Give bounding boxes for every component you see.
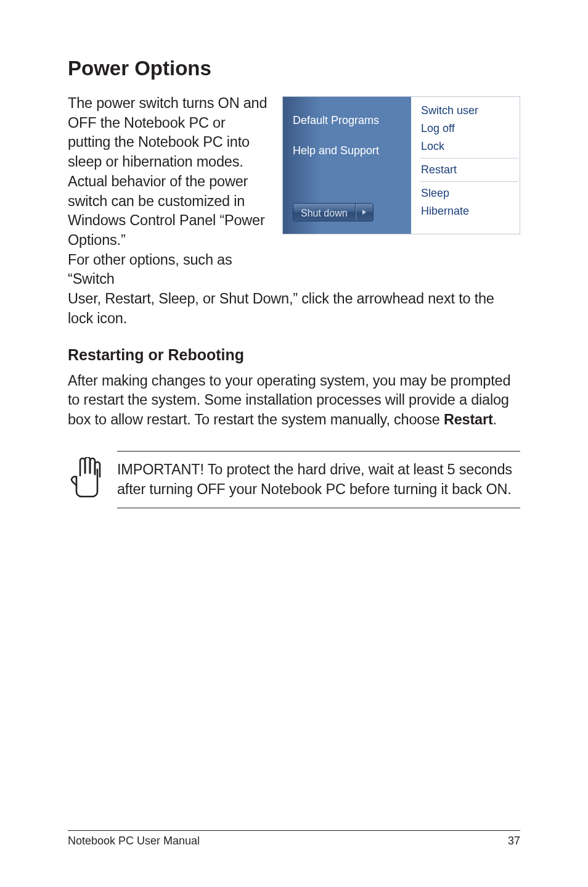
important-note: IMPORTANT! To protect the hard drive, wa… — [69, 451, 520, 508]
intro-paragraph-part2: For other options, such as “Switch — [68, 250, 271, 289]
shutdown-button-label[interactable]: Shut down — [293, 204, 356, 221]
restart-paragraph: After making changes to your operating s… — [68, 371, 520, 430]
start-menu-left-panel: Default Programs Help and Support Shut d… — [283, 97, 411, 234]
power-submenu: Switch user Log off Lock Restart Sleep H… — [411, 97, 520, 234]
footer-page-number: 37 — [508, 835, 520, 848]
menu-item-switch-user[interactable]: Switch user — [421, 102, 520, 120]
menu-item-hibernate[interactable]: Hibernate — [421, 202, 520, 220]
restart-para-bold: Restart — [444, 411, 493, 427]
page-footer: Notebook PC User Manual 37 — [68, 830, 520, 848]
intro-paragraph-continuation: User, Restart, Sleep, or Shut Down,” cli… — [68, 289, 520, 328]
start-menu-figure: Default Programs Help and Support Shut d… — [282, 96, 520, 234]
section-subheading: Restarting or Rebooting — [68, 346, 520, 364]
menu-divider — [420, 181, 518, 182]
footer-manual-title: Notebook PC User Manual — [68, 835, 200, 848]
page-title: Power Options — [68, 57, 520, 80]
shutdown-arrow-button[interactable] — [356, 204, 373, 221]
triangle-right-icon — [362, 209, 367, 215]
menu-item-log-off[interactable]: Log off — [421, 120, 520, 138]
menu-divider — [420, 158, 518, 159]
menu-item-lock[interactable]: Lock — [421, 138, 520, 155]
restart-para-post: . — [493, 411, 497, 427]
hand-icon — [69, 457, 102, 500]
important-note-text: IMPORTANT! To protect the hard drive, wa… — [117, 451, 520, 508]
menu-item-sleep[interactable]: Sleep — [421, 184, 520, 202]
menu-item-restart[interactable]: Restart — [421, 161, 520, 179]
intro-paragraph-part1: The power switch turns ON and OFF the No… — [68, 95, 267, 248]
menu-item-help-support[interactable]: Help and Support — [293, 144, 411, 157]
menu-item-default-programs[interactable]: Default Programs — [293, 114, 411, 127]
shutdown-split-button[interactable]: Shut down — [293, 203, 374, 221]
